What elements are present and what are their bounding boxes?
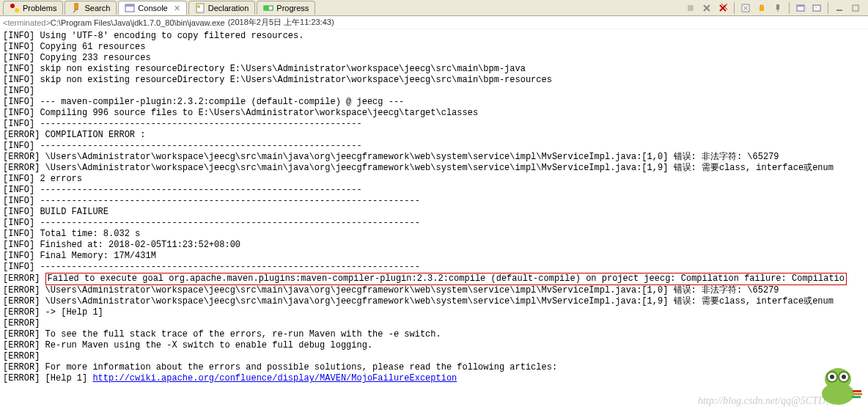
console-line: [ERROR] COMPILATION ERROR : bbox=[3, 130, 865, 141]
svg-rect-4 bbox=[125, 4, 134, 7]
svg-rect-17 bbox=[836, 10, 842, 11]
svg-text:+: + bbox=[814, 5, 817, 10]
console-line: [INFO] ---------------------------------… bbox=[3, 262, 865, 273]
svg-rect-12 bbox=[776, 4, 779, 10]
svg-rect-8 bbox=[264, 6, 269, 10]
terminated-status: <terminated> bbox=[3, 18, 51, 27]
console-line: [INFO] BUILD FAILURE bbox=[3, 207, 865, 218]
terminate-icon[interactable] bbox=[684, 1, 697, 15]
console-line: [INFO] ---------------------------------… bbox=[3, 141, 865, 152]
console-line: [INFO] Copying 61 resources bbox=[3, 42, 865, 53]
remove-launch-icon[interactable] bbox=[700, 1, 713, 15]
minimize-icon[interactable] bbox=[833, 1, 846, 15]
separator bbox=[734, 2, 735, 14]
console-line: [INFO] Copying 233 resources bbox=[3, 53, 865, 64]
progress-icon bbox=[263, 3, 273, 13]
svg-rect-5 bbox=[196, 4, 204, 12]
problems-icon bbox=[10, 3, 20, 13]
svg-rect-11 bbox=[760, 7, 764, 11]
close-tab-icon[interactable]: ✕ bbox=[174, 4, 180, 13]
tab-label: Console bbox=[138, 4, 167, 12]
tab-search[interactable]: Search bbox=[65, 1, 117, 15]
tab-label: Progress bbox=[276, 4, 309, 12]
console-line-link: [ERROR] [Help 1] http://cwiki.apache.org… bbox=[3, 373, 865, 384]
console-line: [ERROR] \Users\Administrator\workspace\j… bbox=[3, 296, 865, 307]
console-toolbar: + bbox=[684, 1, 868, 15]
console-line-highlighted: [ERROR] Failed to execute goal org.apach… bbox=[3, 273, 865, 285]
tab-declaration[interactable]: Declaration bbox=[188, 1, 256, 15]
console-line: [ERROR] \Users\Administrator\workspace\j… bbox=[3, 285, 865, 296]
tab-console[interactable]: Console ✕ bbox=[118, 1, 186, 15]
maximize-icon[interactable] bbox=[849, 1, 862, 15]
console-line: [ERROR] bbox=[3, 351, 865, 362]
svg-rect-9 bbox=[688, 5, 694, 11]
declaration-icon bbox=[195, 3, 205, 13]
separator bbox=[828, 2, 828, 14]
console-line: [ERROR] To see the full stack trace of t… bbox=[3, 329, 865, 340]
console-output[interactable]: [INFO] Using 'UTF-8' encoding to copy fi… bbox=[0, 29, 868, 386]
console-line: [ERROR] \Users\Administrator\workspace\j… bbox=[3, 163, 865, 174]
search-icon bbox=[71, 3, 81, 13]
svg-rect-14 bbox=[797, 5, 804, 7]
console-line: [ERROR] Re-run Maven using the -X switch… bbox=[3, 340, 865, 351]
console-line: [INFO] Total time: 8.032 s bbox=[3, 229, 865, 240]
console-line: [INFO] ---------------------------------… bbox=[3, 185, 865, 196]
tab-label: Declaration bbox=[208, 4, 249, 12]
console-line: [INFO] Compiling 996 source files to E:\… bbox=[3, 108, 865, 119]
console-line: [INFO] ---------------------------------… bbox=[3, 196, 865, 207]
console-line: [INFO] ---------------------------------… bbox=[3, 119, 865, 130]
console-line: [ERROR] \Users\Administrator\workspace\j… bbox=[3, 152, 865, 163]
tab-bar: Problems Search Console ✕ Declaration Pr… bbox=[0, 0, 868, 16]
svg-point-0 bbox=[10, 4, 15, 8]
display-selected-icon[interactable] bbox=[794, 1, 807, 15]
separator bbox=[789, 2, 790, 14]
scroll-lock-icon[interactable] bbox=[755, 1, 768, 15]
error-highlight-box: Failed to execute goal org.apache.maven.… bbox=[45, 273, 847, 285]
console-line: [INFO] Finished at: 2018-02-05T11:23:52+… bbox=[3, 240, 865, 251]
svg-rect-2 bbox=[75, 4, 78, 10]
console-line: [INFO] bbox=[3, 86, 865, 97]
svg-rect-18 bbox=[853, 5, 858, 11]
tab-label: Problems bbox=[23, 4, 56, 12]
console-line: [INFO] ---------------------------------… bbox=[3, 218, 865, 229]
console-line: [INFO] skip non existing resourceDirecto… bbox=[3, 75, 865, 86]
svg-point-6 bbox=[197, 5, 200, 8]
console-line: [ERROR] -> [Help 1] bbox=[3, 307, 865, 318]
console-icon bbox=[125, 3, 135, 13]
terminated-path: C:\Program Files\Java\jdk1.7.0_80\bin\ja… bbox=[51, 18, 225, 27]
tab-progress[interactable]: Progress bbox=[257, 1, 315, 15]
tab-label: Search bbox=[84, 4, 110, 12]
console-line: [ERROR] For more information about the e… bbox=[3, 362, 865, 373]
console-line: [INFO] Using 'UTF-8' encoding to copy fi… bbox=[3, 31, 865, 42]
remove-all-icon[interactable] bbox=[716, 1, 729, 15]
console-line: [INFO] --- maven-compiler-plugin:2.3.2:c… bbox=[3, 97, 865, 108]
console-line: [INFO] 2 errors bbox=[3, 174, 865, 185]
help-link[interactable]: http://cwiki.apache.org/confluence/displ… bbox=[92, 373, 457, 383]
console-line: [INFO] Final Memory: 17M/431M bbox=[3, 251, 865, 262]
terminated-line: <terminated> C:\Program Files\Java\jdk1.… bbox=[0, 16, 868, 29]
tab-problems[interactable]: Problems bbox=[3, 1, 63, 15]
svg-point-1 bbox=[15, 8, 19, 12]
terminated-date: (2018年2月5日 上午11:23:43) bbox=[228, 17, 334, 28]
console-line: [ERROR] bbox=[3, 318, 865, 329]
clear-console-icon[interactable] bbox=[739, 1, 752, 15]
console-line: [INFO] skip non existing resourceDirecto… bbox=[3, 64, 865, 75]
open-console-icon[interactable]: + bbox=[810, 1, 823, 15]
pin-console-icon[interactable] bbox=[771, 1, 784, 15]
